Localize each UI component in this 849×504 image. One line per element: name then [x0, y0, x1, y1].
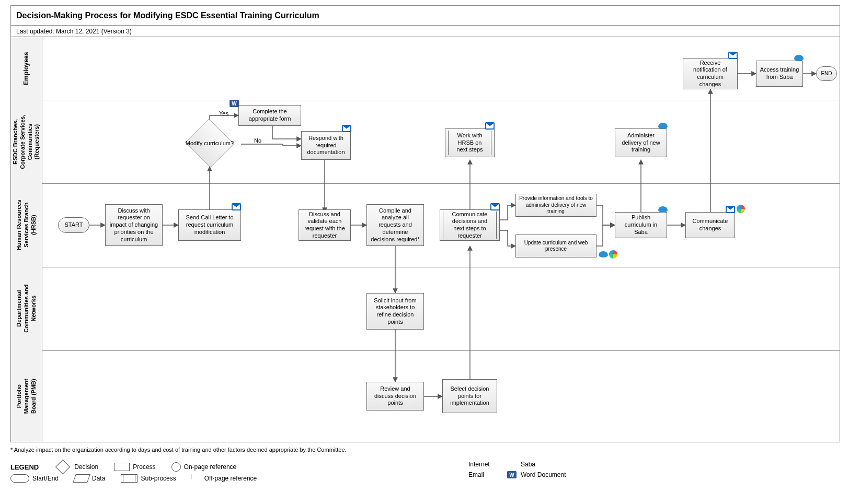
legend-app-icons: Internet Email	[455, 461, 490, 482]
lane-label-requesters: ESDC Branches, Corporate Services, Commu…	[11, 100, 42, 183]
process-discuss-validate: Discuss and validate each request with t…	[299, 209, 351, 241]
lane-divider	[42, 350, 840, 351]
internet-icon	[609, 250, 617, 259]
process-access-saba: Access training from Saba	[756, 61, 803, 87]
process-select-decision-points: Select decision points for implementatio…	[442, 379, 497, 413]
lane-label-employees: Employees	[11, 37, 42, 100]
saba-icon	[658, 206, 668, 213]
email-icon	[728, 52, 738, 59]
email-icon	[342, 125, 351, 132]
process-update-web: Update curriculum and web presence	[515, 235, 596, 257]
internet-icon	[737, 205, 745, 213]
process-respond-docs: Respond with required documentation	[301, 131, 351, 160]
word-icon	[230, 100, 239, 107]
legend-data-icon	[73, 474, 90, 483]
legend-onpage-icon	[171, 462, 181, 472]
legend: LEGEND Decision Process On-page referenc…	[10, 460, 839, 483]
process-provide-info: Provide information and tools to adminis…	[515, 194, 596, 217]
word-icon	[507, 471, 517, 478]
process-compile-analyze: Compile and analyze all requests and det…	[366, 204, 424, 246]
lane-label-pmb: Portfolio Management Board (PMB)	[11, 350, 42, 442]
process-discuss-impact: Discuss with requester on impact of chan…	[105, 204, 163, 246]
start-terminator: START	[58, 217, 89, 233]
email-icon	[490, 203, 500, 210]
swimlane-area: Employees ESDC Branches, Corporate Servi…	[11, 37, 840, 442]
legend-process-icon	[114, 463, 130, 471]
email-icon	[726, 206, 735, 213]
legend-app-icons-2: Saba Word Document	[507, 461, 566, 482]
legend-title: LEGEND	[10, 463, 39, 471]
saba-icon	[794, 55, 804, 61]
lane-divider	[42, 183, 840, 184]
process-send-call-letter: Send Call Letter to request curriculum m…	[178, 209, 241, 241]
process-review-decision-points: Review and discuss decision points	[366, 382, 424, 411]
decision-modify-curriculum: Modify curriculum?	[185, 120, 235, 167]
legend-decision-icon	[55, 460, 70, 474]
page-title: Decision-Making Process for Modifying ES…	[16, 11, 319, 20]
process-receive-notification: Receive notification of curriculum chang…	[683, 58, 738, 89]
edge-label-no: No	[254, 137, 261, 144]
diagram-frame: Decision-Making Process for Modifying ES…	[10, 5, 840, 442]
legend-startend-icon	[10, 474, 29, 483]
legend-offpage-icon	[192, 474, 201, 483]
saba-icon	[658, 123, 668, 129]
process-solicit-input: Solicit input from stakeholders to refin…	[366, 293, 424, 330]
lane-label-dcn: Departmental Communities and Networks	[11, 267, 42, 350]
email-icon	[485, 122, 495, 130]
lane-label-hrsb: Human Resources Services Branch (HRSB)	[11, 183, 42, 267]
edge-label-yes: Yes	[219, 110, 228, 116]
process-complete-form: Complete the appropriate form	[238, 105, 301, 126]
process-communicate-changes: Communicate changes	[685, 212, 735, 238]
lane-divider	[42, 267, 840, 267]
email-icon	[232, 203, 241, 210]
legend-subprocess-icon	[121, 474, 137, 483]
lane-divider	[42, 100, 840, 100]
saba-icon	[599, 251, 608, 257]
subprocess-work-with-hrsb: Work with HRSB on next steps	[445, 128, 495, 157]
subprocess-communicate-decisions: Communicate decisions and next steps to …	[440, 209, 500, 241]
process-administer-delivery: Administer delivery of new training	[615, 128, 667, 157]
last-updated-text: Last updated: March 12, 2021 (Version 3)	[16, 28, 132, 35]
footnote-text: * Analyze impact on the organization acc…	[10, 447, 347, 453]
process-publish-saba: Publish curriculum in Saba	[615, 212, 667, 238]
end-terminator: END	[816, 66, 837, 81]
